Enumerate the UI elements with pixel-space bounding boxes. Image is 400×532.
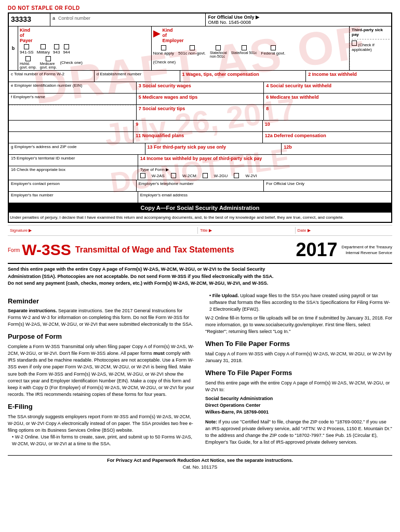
cell-16-right: Type of Form ▶ W-2AS W-2CM W-2GU W-2VI bbox=[138, 166, 391, 180]
chk-hshld-box[interactable] bbox=[25, 56, 31, 61]
bold-line1: Send this entire page with the entire Co… bbox=[8, 267, 265, 272]
chk-fed-govt-box[interactable] bbox=[271, 45, 276, 50]
kind-payer-title: KindofPayer bbox=[20, 28, 150, 43]
chk-state-501c: State/local 501c bbox=[231, 45, 257, 58]
cat-no: Cat. No. 10117S bbox=[8, 464, 392, 470]
chk-944-label: 944 bbox=[63, 50, 70, 55]
w2online-bullet: • W-2 Online. Use fill-in forms to creat… bbox=[12, 434, 195, 447]
form-container: DRAFT AS OF July 26, 2017 DO NOT FILE 33… bbox=[8, 12, 392, 223]
w2vi-label: W-2VI bbox=[245, 174, 257, 178]
note-label: Note: bbox=[205, 419, 217, 424]
chk-501c-label: 501c non-govt. bbox=[178, 51, 206, 56]
field2-label: 2 Income tax withheld bbox=[308, 72, 357, 77]
cell-9: 9 bbox=[134, 121, 262, 131]
penalty-text: Under penalties of perjury, I declare th… bbox=[9, 212, 391, 222]
chk-military-box[interactable] bbox=[41, 44, 46, 49]
ke-top: ▶ KindofEmployer bbox=[153, 28, 348, 43]
chk-military: Military bbox=[37, 44, 50, 55]
payer-checkboxes: 941-SS Military 943 944 bbox=[20, 44, 150, 55]
chk-none-apply: None apply bbox=[153, 45, 174, 58]
cell-12b: 12b bbox=[282, 143, 391, 154]
dept-label: Department of the Treasury bbox=[342, 245, 392, 249]
c-label: c Total number of Forms W-2 bbox=[11, 72, 64, 76]
field1-label: 1 Wages, tips, other compensation bbox=[182, 72, 259, 77]
chk-943: 943 bbox=[53, 44, 60, 55]
w2online-note: W-2 Online fill-in forms or file uploads… bbox=[205, 315, 392, 335]
chk-medicare-box[interactable] bbox=[46, 56, 51, 61]
contact-label: Employer's contact person bbox=[11, 181, 60, 186]
chk-w2cm[interactable] bbox=[171, 173, 176, 178]
field13-label: 13 For third-party sick pay use only bbox=[148, 144, 226, 150]
row-addr: 7 Social security tips 8 bbox=[9, 105, 391, 121]
year-badge: 2017 bbox=[296, 239, 338, 261]
footer-privacy: For Privacy Act and Paperwork Reduction … bbox=[8, 455, 392, 463]
chk-fed-govt: Federal govt. bbox=[261, 45, 286, 58]
field15-label: 15 Employer's territorial ID number bbox=[11, 156, 75, 161]
efiling-title: E-Filing bbox=[8, 402, 195, 412]
chk-w2as[interactable] bbox=[140, 173, 145, 178]
row-contact: Employer's contact person Employer's tel… bbox=[9, 180, 391, 192]
field14-label: 14 Income tax withheld by payer of third… bbox=[140, 156, 262, 161]
page: DO NOT STAPLE OR FOLD DRAFT AS OF July 2… bbox=[0, 0, 400, 475]
chk-medicare-label: Medicaregovt. emp. bbox=[40, 62, 57, 69]
chk-943-box[interactable] bbox=[54, 44, 59, 49]
chk-state-501c-box[interactable] bbox=[242, 45, 247, 50]
reminder-body: Separate instructions. Separate instruct… bbox=[8, 308, 195, 328]
w2cm-label: W-2CM bbox=[182, 174, 196, 178]
note-section: Note: If you use "Certified Mail" to fil… bbox=[205, 419, 392, 446]
w3ss-header: Form W-3SS Transmittal of Wage and Tax S… bbox=[8, 239, 392, 264]
chk-w2vi[interactable] bbox=[234, 173, 239, 178]
field6-label: 6 Medicare tax withheld bbox=[266, 95, 318, 100]
form-number: W-3SS bbox=[22, 241, 71, 259]
omb-label: OMB No. 1545-0008 bbox=[208, 20, 389, 25]
type-form-label: Type of Form ▶ bbox=[140, 167, 169, 172]
cell-6: 6 Medicare tax withheld bbox=[264, 94, 391, 104]
cell-14: 14 Income tax withheld by payer of third… bbox=[138, 155, 391, 166]
field9-label: 9 bbox=[136, 122, 138, 127]
chk-941ss-box[interactable] bbox=[24, 44, 29, 49]
chk-941ss-label: 941-SS bbox=[20, 50, 34, 55]
irs-label: Internal Revenue Service bbox=[345, 250, 392, 255]
cell-1: 1 Wages, tips, other compensation bbox=[180, 71, 306, 82]
phone-label: Employer's telephone number bbox=[139, 181, 194, 186]
chk-501c-box[interactable] bbox=[190, 45, 195, 50]
reminder-label: Separate instructions. bbox=[8, 308, 57, 313]
row-11-12: 11 Nonqualified plans 12a Deferred compe… bbox=[9, 132, 391, 143]
f-label: f Employer's name bbox=[11, 95, 45, 99]
cell-g: g Employer's address and ZIP code bbox=[9, 143, 145, 154]
field5-label: 5 Medicare wages and tips bbox=[139, 95, 198, 100]
chk-944-box[interactable] bbox=[64, 44, 69, 49]
reminder-title: Reminder bbox=[8, 297, 195, 307]
ke-arrow: ▶ bbox=[153, 28, 161, 39]
cell-contact: Employer's contact person bbox=[9, 180, 137, 191]
w2as-label: W-2AS bbox=[152, 174, 165, 178]
g-label: g Employer's address and ZIP code bbox=[11, 144, 76, 149]
chk-hshld-label: Hshld.govt. emp. bbox=[20, 62, 37, 69]
chk-state-local-box[interactable] bbox=[216, 45, 221, 50]
purpose-title: Purpose of Form bbox=[8, 332, 195, 342]
payer-checkboxes-row2: Hshld.govt. emp. Medicaregovt. emp. (Che… bbox=[20, 56, 150, 69]
third-party-checkbox[interactable] bbox=[352, 41, 357, 46]
chk-fed-govt-label: Federal govt. bbox=[261, 51, 286, 56]
official-use2-label: For Official Use Only bbox=[266, 181, 304, 186]
field4-label: 4 Social security tax withheld bbox=[266, 83, 331, 88]
chk-w2gu[interactable] bbox=[203, 173, 208, 178]
cell-c: c Total number of Forms W-2 bbox=[9, 71, 95, 82]
cell-control-number: a Control number bbox=[50, 14, 206, 26]
two-col-instructions: Reminder Separate instructions. Separate… bbox=[8, 292, 392, 449]
cell-4: 4 Social security tax withheld bbox=[264, 82, 391, 93]
col-left: Reminder Separate instructions. Separate… bbox=[8, 292, 195, 449]
chk-943-label: 943 bbox=[53, 50, 60, 55]
cell-fax: Employer's fax number bbox=[9, 192, 138, 203]
col-right: • File Upload. Upload wage files to the … bbox=[205, 292, 392, 449]
d-label: d Establishment number bbox=[97, 72, 141, 76]
e-label: e Employer identification number (EIN) bbox=[11, 83, 82, 88]
row-16: 16 Check the appropriate box Type of For… bbox=[9, 166, 391, 180]
kind-employer-title: KindofEmployer bbox=[163, 28, 184, 43]
chk-none-apply-box[interactable] bbox=[161, 45, 166, 50]
a-label: a bbox=[52, 16, 55, 21]
chk-medicare-emp: Medicaregovt. emp. bbox=[40, 56, 57, 69]
chk-501c: 501c non-govt. bbox=[178, 45, 206, 58]
cell-7: 7 Social security tips bbox=[137, 105, 264, 120]
date-cell: Date ▶ bbox=[296, 227, 393, 234]
